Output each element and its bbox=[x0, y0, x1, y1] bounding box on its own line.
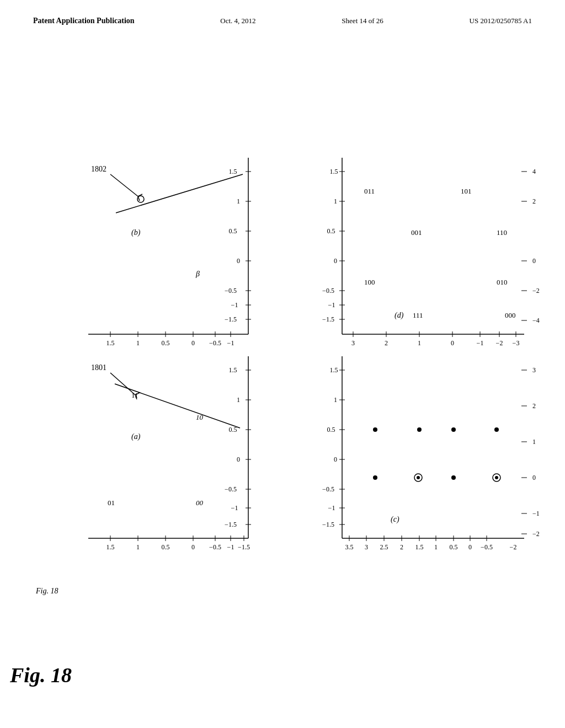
y-tick-d-left-0.5: 0.5 bbox=[327, 227, 335, 235]
y-tick-b-0.5: 0.5 bbox=[229, 227, 237, 235]
label-d: (d) bbox=[395, 311, 404, 320]
y-tick-a-1n: −1 bbox=[231, 504, 238, 512]
y-tick-d-left-1: 1 bbox=[334, 197, 337, 205]
x-tick-d-3: 3 bbox=[351, 339, 355, 347]
y-tick-c-left-0: 0 bbox=[334, 456, 337, 463]
x-tick-b-1n: −1 bbox=[227, 339, 234, 347]
point-c-2 bbox=[417, 427, 422, 432]
y-tick-c-left-1.5n: −1.5 bbox=[322, 521, 334, 528]
label-beta-b: β bbox=[195, 270, 200, 278]
label-a: (a) bbox=[131, 432, 141, 441]
y-tick-d-0: 0 bbox=[532, 257, 536, 265]
x-tick-b-1: 1 bbox=[136, 339, 140, 347]
point-c-7 bbox=[451, 475, 456, 480]
y-tick-d-4n: −4 bbox=[532, 317, 540, 324]
svg-line-60 bbox=[115, 384, 240, 428]
y-tick-d-left-0: 0 bbox=[334, 257, 337, 265]
publication-date: Oct. 4, 2012 bbox=[220, 17, 255, 25]
point-c-1 bbox=[373, 427, 377, 432]
y-tick-b-1.5: 1.5 bbox=[229, 168, 237, 175]
y-tick-b-1n: −1 bbox=[231, 301, 238, 309]
y-tick-c-1n: −1 bbox=[532, 510, 540, 517]
x-tick-d-2n: −2 bbox=[496, 339, 503, 347]
y-tick-b-1: 1 bbox=[237, 197, 240, 205]
x-tick-d-0: 0 bbox=[451, 339, 454, 347]
y-tick-a-0.5n: −0.5 bbox=[225, 485, 237, 493]
label-1802: 1802 bbox=[91, 165, 106, 173]
svg-line-0 bbox=[110, 174, 138, 196]
x-tick-c-3.5: 3.5 bbox=[345, 543, 354, 551]
point-c-8 bbox=[495, 476, 498, 479]
svg-line-3 bbox=[138, 196, 140, 201]
y-tick-d-left-0.5n: −0.5 bbox=[322, 287, 334, 295]
y-tick-c-left-1.5: 1.5 bbox=[330, 366, 338, 374]
x-tick-b-0.5n: −0.5 bbox=[209, 339, 221, 347]
point-c-6 bbox=[417, 476, 420, 479]
sheet-info: Sheet 14 of 26 bbox=[342, 17, 383, 25]
y-tick-a-0.5: 0.5 bbox=[229, 426, 237, 433]
y-tick-b-0.5n: −0.5 bbox=[225, 287, 237, 295]
label-00: 00 bbox=[196, 499, 204, 507]
y-tick-a-1.5: 1.5 bbox=[229, 366, 237, 374]
x-tick-a-1.5n: −1.5 bbox=[238, 543, 250, 551]
patent-number: US 2012/0250785 A1 bbox=[470, 17, 532, 25]
x-tick-c-0.5n: −0.5 bbox=[481, 543, 493, 551]
x-tick-a-0: 0 bbox=[191, 543, 195, 551]
y-tick-d-left-1n: −1 bbox=[328, 301, 335, 309]
publication-title: Patent Application Publication bbox=[33, 17, 135, 25]
x-tick-b-0.5: 0.5 bbox=[162, 339, 170, 347]
y-tick-c-1: 1 bbox=[532, 438, 536, 446]
x-tick-c-2: 2 bbox=[400, 543, 403, 551]
label-110: 110 bbox=[497, 228, 507, 237]
x-tick-d-1n: −1 bbox=[477, 339, 484, 347]
figure-svg: 1802 (b) 1.5 1 0.5 0 −0.5 −1 bbox=[33, 64, 541, 704]
x-tick-c-3: 3 bbox=[365, 543, 368, 551]
y-tick-a-1.5n: −1.5 bbox=[225, 521, 237, 528]
x-tick-a-0.5: 0.5 bbox=[162, 543, 170, 551]
y-tick-c-left-0.5: 0.5 bbox=[327, 426, 335, 433]
y-tick-a-1: 1 bbox=[237, 396, 240, 404]
y-tick-c-2: 2 bbox=[532, 402, 536, 410]
label-101: 101 bbox=[461, 187, 472, 195]
y-tick-a-0: 0 bbox=[237, 456, 240, 463]
x-tick-c-1: 1 bbox=[434, 543, 438, 551]
x-tick-c-2n: −2 bbox=[510, 543, 517, 551]
label-011: 011 bbox=[364, 187, 375, 195]
y-tick-c-2n: −2 bbox=[532, 530, 540, 538]
page-header: Patent Application Publication Oct. 4, 2… bbox=[0, 0, 565, 25]
y-tick-d-2n: −2 bbox=[532, 287, 540, 295]
x-tick-a-0.5n: −0.5 bbox=[209, 543, 221, 551]
point-c-5 bbox=[373, 475, 377, 480]
figure-area: 1802 (b) 1.5 1 0.5 0 −0.5 −1 bbox=[0, 31, 565, 715]
label-11: 11 bbox=[131, 391, 138, 399]
x-tick-c-0: 0 bbox=[468, 543, 472, 551]
y-tick-b-1.5n: −1.5 bbox=[225, 315, 237, 323]
label-01: 01 bbox=[108, 499, 115, 507]
x-tick-c-2.5: 2.5 bbox=[380, 543, 388, 551]
label-100: 100 bbox=[364, 278, 375, 286]
fig-label-italic: Fig. 18 bbox=[35, 587, 58, 595]
y-tick-d-left-1.5: 1.5 bbox=[330, 168, 338, 175]
x-tick-c-0.5: 0.5 bbox=[450, 543, 458, 551]
label-b: (b) bbox=[131, 228, 141, 237]
x-tick-a-1n: −1 bbox=[227, 543, 234, 551]
label-c: (c) bbox=[391, 515, 399, 524]
x-tick-c-1.5: 1.5 bbox=[415, 543, 424, 551]
y-tick-c-left-1: 1 bbox=[334, 396, 337, 404]
x-tick-b-1.5: 1.5 bbox=[106, 339, 115, 347]
y-tick-b-0: 0 bbox=[237, 257, 240, 265]
point-c-3 bbox=[451, 427, 456, 432]
figure-label: Fig. 18 bbox=[10, 663, 72, 687]
x-tick-d-2: 2 bbox=[385, 339, 388, 347]
label-001: 001 bbox=[411, 228, 422, 237]
y-tick-c-0: 0 bbox=[532, 474, 536, 481]
y-tick-d-4: 4 bbox=[532, 168, 536, 175]
y-tick-c-left-0.5n: −0.5 bbox=[322, 485, 334, 493]
label-1801: 1801 bbox=[91, 363, 106, 372]
x-tick-d-3n: −3 bbox=[513, 339, 520, 347]
y-tick-d-2: 2 bbox=[532, 197, 536, 205]
x-tick-b-0: 0 bbox=[191, 339, 195, 347]
label-010: 010 bbox=[497, 278, 508, 286]
label-000: 000 bbox=[505, 311, 516, 319]
y-tick-d-left-1.5n: −1.5 bbox=[322, 315, 334, 323]
